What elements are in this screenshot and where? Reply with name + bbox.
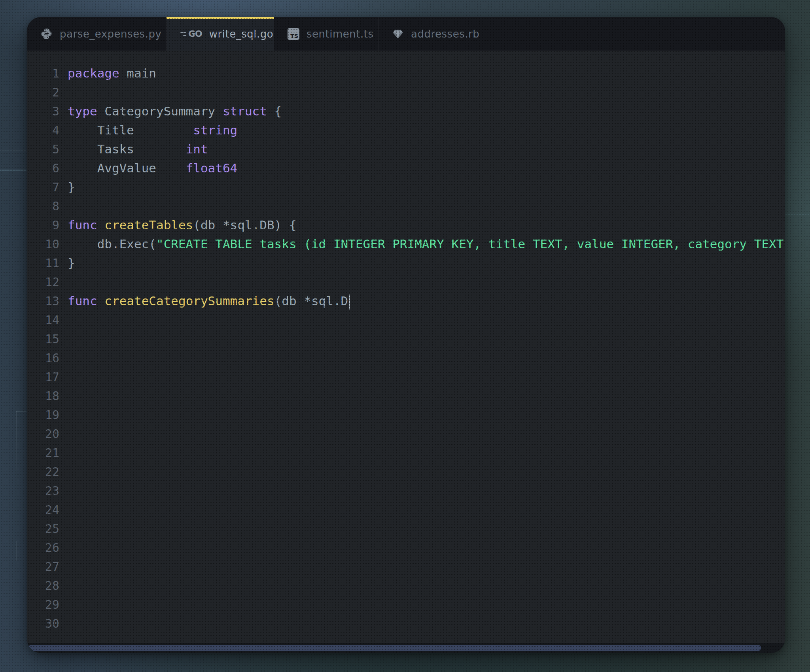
code-line: 23 [27, 481, 785, 500]
code-segment: Tasks [68, 142, 186, 156]
code-segment: "CREATE TABLE tasks (id INTEGER PRIMARY … [156, 237, 784, 251]
line-number: 16 [27, 351, 68, 365]
tab-label: sentiment.ts [307, 28, 373, 40]
code-line-text: } [68, 253, 75, 272]
bg-decor-line [16, 541, 17, 561]
horizontal-scrollbar-thumb[interactable] [28, 645, 761, 651]
line-number: 11 [27, 256, 68, 270]
code-segment: db.Exec( [68, 237, 156, 251]
code-line: 14 [27, 310, 785, 329]
code-segment [97, 218, 105, 232]
bg-decor-line [16, 411, 17, 470]
line-number: 13 [27, 294, 68, 308]
code-segment: package [68, 66, 119, 80]
code-segment [97, 294, 105, 308]
tab-label: write_sql.go [209, 28, 273, 40]
code-segment: func [68, 294, 97, 308]
code-line: 20 [27, 424, 785, 443]
code-segment: int [186, 142, 208, 156]
line-number: 23 [27, 484, 68, 498]
code-line-text: package main [68, 64, 156, 83]
line-number: 17 [27, 370, 68, 384]
line-number: 14 [27, 313, 68, 327]
code-line: 21 [27, 443, 785, 462]
typescript-icon: TS [288, 28, 299, 40]
tab-label: parse_expenses.py [60, 28, 161, 40]
line-number: 18 [27, 389, 68, 403]
code-segment: createTables [104, 218, 193, 232]
code-line: 25 [27, 519, 785, 538]
code-line: 30 [27, 614, 785, 633]
code-line: 13func createCategorySummaries(db *sql.D [27, 291, 785, 310]
line-number: 7 [27, 180, 68, 194]
code-line: 4 Title string [27, 121, 785, 140]
code-line: 2 [27, 83, 785, 102]
code-line-text: Tasks int [68, 140, 208, 159]
code-segment: type [68, 104, 97, 118]
code-line: 26 [27, 538, 785, 557]
tab-parse-expenses-py[interactable]: parse_expenses.py [27, 17, 167, 51]
code-line-text: Title string [68, 121, 237, 140]
code-line: 12 [27, 272, 785, 291]
line-number: 20 [27, 427, 68, 441]
code-line-text: } [68, 177, 75, 196]
code-line: 22 [27, 462, 785, 481]
code-segment: func [68, 218, 97, 232]
code-line: 10 db.Exec("CREATE TABLE tasks (id INTEG… [27, 234, 785, 253]
code-line: 5 Tasks int [27, 140, 785, 159]
line-number: 25 [27, 522, 68, 536]
go-icon: GO [180, 29, 202, 39]
line-number: 1 [27, 66, 68, 80]
code-segment: } [68, 256, 75, 270]
code-line: 27 [27, 557, 785, 576]
tab-write-sql-go[interactable]: GO write_sql.go [167, 17, 274, 51]
code-line: 11} [27, 253, 785, 272]
bg-decor-line [16, 411, 26, 412]
text-cursor [349, 294, 350, 310]
code-lines: 1package main23type CategorySummary stru… [27, 64, 785, 633]
line-number: 8 [27, 199, 68, 213]
line-number: 2 [27, 85, 68, 99]
ruby-icon [392, 28, 404, 40]
code-line: 15 [27, 329, 785, 348]
line-number: 5 [27, 142, 68, 156]
code-line-text: db.Exec("CREATE TABLE tasks (id INTEGER … [68, 234, 784, 253]
code-segment: AvgValue [68, 161, 186, 175]
code-segment: createCategorySummaries [104, 294, 274, 308]
line-number: 6 [27, 161, 68, 175]
code-segment: CategorySummary [97, 104, 223, 118]
horizontal-scrollbar-track[interactable] [27, 643, 785, 653]
line-number: 10 [27, 237, 68, 251]
line-number: 30 [27, 617, 68, 630]
bg-decor-line [785, 214, 810, 215]
line-number: 24 [27, 503, 68, 517]
bg-decor-line [0, 170, 26, 171]
code-line: 16 [27, 348, 785, 367]
code-line-text: AvgValue float64 [68, 159, 237, 177]
code-line-text: func createCategorySummaries(db *sql.D [68, 291, 350, 310]
code-editor-area[interactable]: 1package main23type CategorySummary stru… [27, 51, 785, 643]
code-line: 28 [27, 576, 785, 595]
tab-bar: parse_expenses.py GO write_sql.go TS sen… [27, 17, 785, 51]
code-segment: } [68, 180, 75, 194]
line-number: 21 [27, 446, 68, 460]
line-number: 9 [27, 218, 68, 232]
tab-addresses-rb[interactable]: addresses.rb [379, 17, 476, 51]
python-icon [40, 28, 53, 40]
code-line: 19 [27, 405, 785, 424]
code-line: 9func createTables(db *sql.DB) { [27, 215, 785, 234]
code-line: 3type CategorySummary struct { [27, 102, 785, 121]
line-number: 29 [27, 598, 68, 612]
line-number: 12 [27, 275, 68, 289]
line-number: 19 [27, 408, 68, 422]
tab-bar-empty-space [476, 17, 785, 51]
code-segment: (db *sql.D [274, 294, 348, 308]
code-line: 24 [27, 500, 785, 519]
tab-sentiment-ts[interactable]: TS sentiment.ts [274, 17, 379, 51]
line-number: 28 [27, 579, 68, 593]
code-editor-window: parse_expenses.py GO write_sql.go TS sen… [27, 17, 785, 653]
line-number: 22 [27, 465, 68, 479]
code-segment: main [119, 66, 156, 80]
line-number: 27 [27, 560, 68, 574]
code-segment: struct [223, 104, 267, 118]
